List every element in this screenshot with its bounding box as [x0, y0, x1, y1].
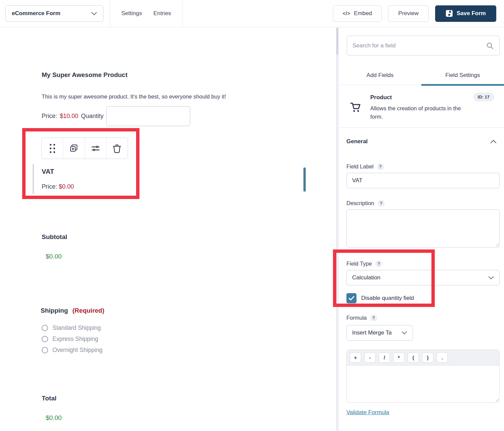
field-settings-panel: Add Fields Field Settings Product ID: 17… [339, 27, 504, 431]
field-type-name: Product [370, 94, 392, 101]
disable-quantity-option[interactable]: Disable quantity field [346, 293, 414, 303]
nav-entries[interactable]: Entries [153, 10, 171, 17]
tab-field-settings[interactable]: Field Settings [421, 66, 504, 85]
total-value: $0.00 [46, 414, 62, 422]
general-section-label: General [346, 138, 368, 145]
drag-handle-icon [50, 144, 55, 153]
shipping-options: Standard Shipping Express Shipping Overn… [42, 322, 102, 356]
duplicate-field-button[interactable] [63, 138, 85, 159]
shipping-option-row: Express Shipping [42, 334, 102, 345]
vertical-scrollbar[interactable] [336, 27, 339, 431]
embed-button[interactable]: </> Embed [333, 5, 382, 22]
preview-button[interactable]: Preview [388, 5, 429, 22]
delete-field-button[interactable] [107, 138, 128, 159]
resize-grip[interactable] [495, 243, 499, 246]
price-value: $10.00 [60, 113, 78, 120]
form-selector-dropdown[interactable]: eCommerce Form [5, 5, 103, 22]
help-icon[interactable]: ? [370, 314, 377, 321]
field-label-text: Field Label [346, 163, 374, 170]
description-textarea[interactable] [346, 209, 500, 247]
help-icon[interactable]: ? [378, 200, 385, 207]
radio-label: Express Shipping [52, 336, 98, 343]
shipping-option-row: Overnight Shipping [42, 345, 102, 356]
scrollbar-thumb[interactable] [336, 28, 338, 55]
product-field-description: This is my super awesome product. It's t… [42, 93, 226, 100]
save-icon [446, 10, 453, 17]
code-icon: </> [343, 11, 350, 16]
field-id-badge: ID: 17 [473, 93, 494, 101]
sidebar-tabs: Add Fields Field Settings [339, 66, 504, 85]
radio-overnight-shipping[interactable] [42, 347, 48, 353]
vat-field-price: Price: $0.00 [42, 183, 74, 190]
help-icon[interactable]: ? [377, 163, 384, 170]
subtotal-value: $0.00 [46, 253, 62, 260]
trash-icon [113, 144, 121, 153]
nav-settings[interactable]: Settings [121, 10, 142, 17]
radio-express-shipping[interactable] [42, 336, 48, 342]
sliders-icon [91, 144, 100, 153]
merge-tags-label: Insert Merge Ta [352, 329, 392, 336]
toolbar-actions: </> Embed Preview Save Form [333, 5, 496, 22]
embed-button-label: Embed [354, 10, 372, 17]
quantity-input[interactable] [106, 106, 190, 126]
search-input[interactable] [352, 42, 482, 49]
tab-add-fields[interactable]: Add Fields [339, 66, 421, 85]
quantity-label: Quantity [81, 113, 103, 120]
operator-plus-button[interactable]: + [350, 352, 361, 363]
preview-button-label: Preview [398, 10, 418, 17]
top-toolbar: eCommerce Form Settings Entries </> Embe… [0, 0, 504, 27]
field-type-select[interactable]: Calculation [346, 270, 500, 285]
description-option: Description ? [346, 200, 385, 207]
operator-minus-button[interactable]: - [364, 352, 376, 363]
total-field-label[interactable]: Total [42, 395, 56, 402]
vat-price-value: $0.00 [59, 183, 74, 190]
insert-merge-tags-select[interactable]: Insert Merge Ta [346, 325, 413, 341]
shipping-label-text: Shipping [41, 307, 68, 314]
required-badge: (Required) [73, 307, 104, 314]
drag-handle[interactable] [42, 138, 63, 159]
form-selector-label: eCommerce Form [12, 10, 60, 17]
chevron-down-icon [402, 331, 407, 335]
selected-field-indicator [33, 164, 34, 194]
radio-label: Overnight Shipping [52, 347, 102, 354]
shipping-option-row: Standard Shipping [42, 322, 102, 334]
radio-standard-shipping[interactable] [42, 325, 48, 331]
product-price-row: Price: $10.00 Quantity [42, 106, 190, 126]
shipping-field-label[interactable]: Shipping (Required) [41, 307, 104, 314]
field-info-card: Product ID: 17 Allows the creation of pr… [339, 91, 504, 128]
field-label-option: Field Label ? [346, 163, 384, 170]
vat-field-label[interactable]: VAT [42, 168, 54, 175]
checkbox-checked-icon[interactable] [346, 293, 356, 303]
formula-option: Formula ? [346, 314, 377, 321]
field-search [347, 36, 500, 55]
field-type-label-text: Field Type [346, 261, 372, 267]
formula-operator-bar: + - / * ( ) . [347, 350, 499, 365]
field-toolbar [41, 138, 128, 159]
product-field-label[interactable]: My Super Awesome Product [42, 71, 128, 79]
field-type-description: Allows the creation of products in the f… [370, 104, 468, 121]
chevron-down-icon [488, 276, 494, 280]
operator-multiply-button[interactable]: * [393, 352, 405, 363]
operator-close-paren-button[interactable]: ) [422, 352, 433, 363]
field-options-button[interactable] [85, 138, 107, 159]
radio-label: Standard Shipping [52, 324, 101, 331]
validate-formula-link[interactable]: Validate Formula [346, 409, 389, 416]
formula-textarea[interactable] [347, 365, 499, 402]
duplicate-icon [69, 144, 78, 153]
canvas-scroll-indicator[interactable] [303, 167, 306, 192]
resize-grip[interactable] [495, 398, 499, 402]
search-icon [486, 42, 494, 50]
field-label-input[interactable] [346, 173, 500, 188]
help-icon[interactable]: ? [375, 260, 382, 267]
price-label: Price: [42, 113, 57, 120]
vat-price-label: Price: [42, 183, 57, 190]
operator-divide-button[interactable]: / [379, 352, 390, 363]
form-preview-canvas: My Super Awesome Product This is my supe… [0, 27, 336, 431]
operator-open-paren-button[interactable]: ( [408, 352, 419, 363]
subtotal-field-label[interactable]: Subtotal [42, 233, 67, 241]
general-section-header[interactable]: General [346, 138, 497, 145]
formula-label-text: Formula [346, 315, 367, 321]
operator-decimal-button[interactable]: . [436, 352, 448, 363]
save-form-button[interactable]: Save Form [435, 5, 496, 22]
formula-editor: + - / * ( ) . [346, 350, 500, 403]
